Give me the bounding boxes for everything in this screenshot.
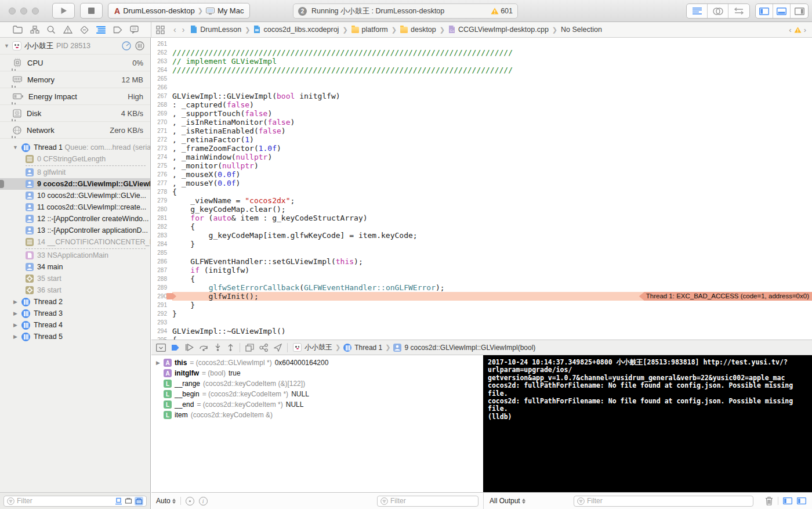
breadcrumb-project[interactable]: DrumLesson <box>190 26 241 34</box>
stack-frame-row[interactable]: 36 start <box>0 284 150 296</box>
step-into-icon[interactable] <box>214 344 222 351</box>
line-number[interactable]: 265 <box>151 74 172 83</box>
console-output-dropdown[interactable]: All Output <box>490 497 525 505</box>
process-row[interactable]: ▼ 小小鼓王 PID 28513 <box>0 38 150 54</box>
warning-count[interactable]: 601 <box>491 7 513 15</box>
crumb-thread[interactable]: Thread 1 <box>354 344 382 352</box>
line-number[interactable]: 289 <box>151 283 172 292</box>
line-number[interactable]: 268 <box>151 100 172 109</box>
assistant-editor-button[interactable] <box>708 4 728 18</box>
status-badge[interactable]: 2 <box>298 7 307 16</box>
stack-frame-row[interactable]: 8 glfwInit <box>0 167 150 178</box>
version-editor-button[interactable] <box>728 4 749 18</box>
gauge-energy[interactable]: Energy ImpactHigh <box>0 88 150 105</box>
info-icon[interactable]: i <box>199 497 208 506</box>
issue-navigator-icon[interactable] <box>63 26 72 34</box>
line-number[interactable]: 285 <box>151 248 172 257</box>
line-number[interactable]: 272 <box>151 135 172 144</box>
stack-frame-row[interactable]: 10 cocos2d::GLViewImpl::GLVie... <box>0 190 150 201</box>
stack-frame-row[interactable]: 14 __CFNOTIFICATIONCENTER_I... <box>0 236 150 248</box>
line-number[interactable]: 271 <box>151 127 172 135</box>
line-number[interactable]: 262 <box>151 48 172 57</box>
thread-row[interactable]: ▶Thread 4 <box>0 319 150 331</box>
stack-frame-row[interactable]: 33 NSApplicationMain <box>0 250 150 261</box>
symbol-navigator-icon[interactable] <box>30 26 39 34</box>
line-number[interactable]: 266 <box>151 83 172 92</box>
variable-row[interactable]: Ainitglfw = (bool) true <box>151 368 483 378</box>
simulate-location-icon[interactable] <box>274 344 282 352</box>
line-number[interactable]: 295 <box>151 335 172 340</box>
gauge-memory[interactable]: Memory12 MB <box>0 71 150 88</box>
toggle-debug-area-button[interactable] <box>773 4 791 18</box>
disclosure-triangle[interactable]: ▶ <box>13 311 18 316</box>
warning-icon[interactable] <box>794 27 802 33</box>
line-number[interactable]: 294 <box>151 327 172 335</box>
breadcrumb-xcodeproj[interactable]: cocos2d_libs.xcodeproj <box>253 26 339 34</box>
view-hierarchy-icon[interactable] <box>245 344 254 352</box>
toggle-navigator-button[interactable] <box>756 4 773 18</box>
thread-row[interactable]: ▼ Thread 1 Queue: com....hread (serial) <box>0 142 150 153</box>
crashed-filter-button[interactable] <box>135 497 143 506</box>
line-number[interactable]: 282 <box>151 222 172 231</box>
line-number[interactable]: 276 <box>151 170 172 179</box>
line-number[interactable]: 283 <box>151 231 172 240</box>
stack-frame-row[interactable]: 0 CFStringGetLength <box>0 153 150 165</box>
line-number[interactable]: 261 <box>151 39 172 48</box>
variable-row[interactable]: L__range (cocos2d::keyCodeItem (&)[122]) <box>151 378 483 389</box>
disclosure-triangle[interactable]: ▶ <box>13 334 18 340</box>
variables-view[interactable]: ▶Athis = (cocos2d::GLViewImpl *) 0x60400… <box>151 355 483 492</box>
run-button[interactable] <box>52 3 75 19</box>
standard-editor-button[interactable] <box>687 4 708 18</box>
line-number[interactable]: 288 <box>151 275 172 283</box>
breadcrumb-platform[interactable]: platform <box>351 26 388 34</box>
stack-frame-row[interactable]: 11 cocos2d::GLViewImpl::create... <box>0 201 150 213</box>
find-navigator-icon[interactable] <box>47 26 56 34</box>
thread-view-icon[interactable] <box>135 41 144 50</box>
line-number[interactable]: 291 <box>151 301 172 309</box>
line-number[interactable]: 263 <box>151 57 172 66</box>
error-annotation[interactable]: Thread 1: EXC_BAD_ACCESS (code=1, addres… <box>639 292 812 301</box>
gauge-network[interactable]: NetworkZero KB/s <box>0 122 150 139</box>
line-number[interactable]: 286 <box>151 257 172 266</box>
thread-row[interactable]: ▶Thread 5 <box>0 331 150 342</box>
frames-filter-icon[interactable] <box>125 497 132 505</box>
forward-button[interactable]: › <box>182 25 185 34</box>
breadcrumb-selection[interactable]: No Selection <box>561 26 602 34</box>
hide-debug-area-icon[interactable] <box>156 344 166 352</box>
related-items-icon[interactable] <box>156 26 165 34</box>
test-navigator-icon[interactable] <box>80 26 89 34</box>
variables-filter-field[interactable]: Filter <box>377 496 478 507</box>
line-number[interactable]: 274 <box>151 153 172 161</box>
stop-button[interactable] <box>80 3 103 19</box>
breakpoint-navigator-icon[interactable] <box>113 26 122 34</box>
line-number[interactable]: 284 <box>151 240 172 248</box>
crumb-app[interactable]: 小小鼓王 <box>304 342 332 352</box>
line-number[interactable]: 277 <box>151 179 172 187</box>
back-button[interactable]: ‹ <box>173 25 176 34</box>
variable-scope-dropdown[interactable]: Auto <box>156 497 176 505</box>
breadcrumb-desktop[interactable]: desktop <box>400 26 436 34</box>
navigator-filter-field[interactable]: Filter <box>3 496 147 507</box>
disclosure-triangle[interactable]: ▶ <box>13 299 18 305</box>
line-number[interactable]: 292 <box>151 309 172 318</box>
continue-icon[interactable] <box>185 344 194 351</box>
breadcrumb-file[interactable]: C+ CCGLViewImpl-desktop.cpp <box>448 26 549 34</box>
line-number[interactable]: 287 <box>151 266 172 275</box>
variable-row[interactable]: L__begin = (cocos2d::keyCodeItem *) NULL <box>151 389 483 399</box>
toggle-variables-view-icon[interactable] <box>783 497 792 505</box>
stack-frame-row[interactable]: 12 ::-[AppController createWindo... <box>0 213 150 225</box>
variable-row[interactable]: Litem (cocos2d::keyCodeItem &) <box>151 410 483 420</box>
variable-row[interactable]: ▶Athis = (cocos2d::GLViewImpl *) 0x60400… <box>151 358 483 368</box>
disclosure-triangle[interactable]: ▶ <box>156 360 161 366</box>
profile-gauge-icon[interactable] <box>122 41 131 50</box>
stack-frame-row[interactable]: 9 cocos2d::GLViewImpl::GLViewI... <box>0 178 150 190</box>
line-number[interactable]: 267 <box>151 92 172 100</box>
line-number[interactable]: 275 <box>151 161 172 170</box>
gauge-cpu[interactable]: CPU0% <box>0 55 150 71</box>
report-navigator-icon[interactable] <box>130 26 139 34</box>
stack-frame-row[interactable]: 35 start <box>0 273 150 284</box>
prev-issue-button[interactable]: ‹ <box>789 26 791 34</box>
toggle-inspector-button[interactable] <box>791 4 808 18</box>
step-out-icon[interactable] <box>227 344 234 351</box>
project-navigator-icon[interactable] <box>13 26 23 34</box>
